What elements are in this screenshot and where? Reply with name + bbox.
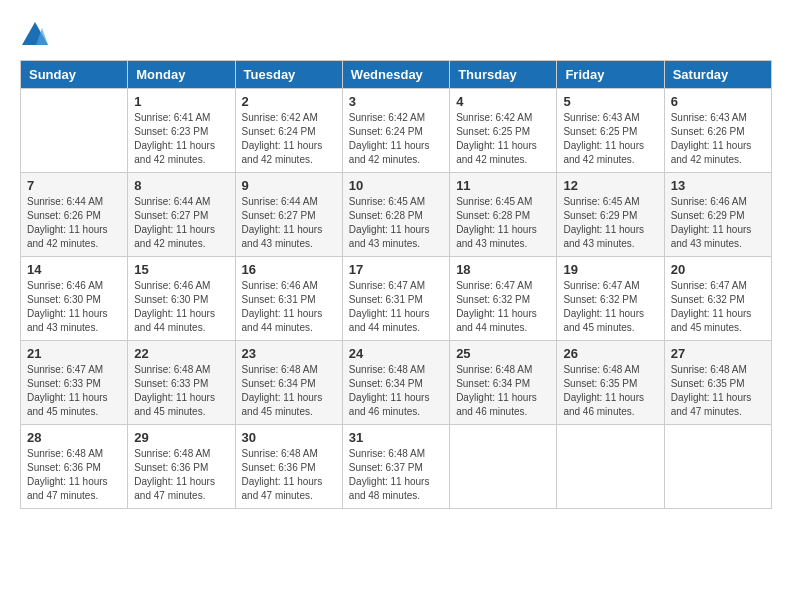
calendar-cell: 17Sunrise: 6:47 AM Sunset: 6:31 PM Dayli… — [342, 257, 449, 341]
cell-info: Sunrise: 6:48 AM Sunset: 6:34 PM Dayligh… — [349, 363, 443, 419]
day-number: 22 — [134, 346, 228, 361]
cell-info: Sunrise: 6:42 AM Sunset: 6:24 PM Dayligh… — [242, 111, 336, 167]
calendar-cell: 1Sunrise: 6:41 AM Sunset: 6:23 PM Daylig… — [128, 89, 235, 173]
calendar-cell: 7Sunrise: 6:44 AM Sunset: 6:26 PM Daylig… — [21, 173, 128, 257]
cell-info: Sunrise: 6:46 AM Sunset: 6:29 PM Dayligh… — [671, 195, 765, 251]
calendar-cell: 26Sunrise: 6:48 AM Sunset: 6:35 PM Dayli… — [557, 341, 664, 425]
day-number: 26 — [563, 346, 657, 361]
cell-info: Sunrise: 6:47 AM Sunset: 6:32 PM Dayligh… — [563, 279, 657, 335]
column-header-saturday: Saturday — [664, 61, 771, 89]
day-number: 11 — [456, 178, 550, 193]
cell-info: Sunrise: 6:45 AM Sunset: 6:28 PM Dayligh… — [456, 195, 550, 251]
day-number: 8 — [134, 178, 228, 193]
cell-info: Sunrise: 6:47 AM Sunset: 6:33 PM Dayligh… — [27, 363, 121, 419]
column-header-monday: Monday — [128, 61, 235, 89]
day-number: 6 — [671, 94, 765, 109]
day-number: 15 — [134, 262, 228, 277]
day-number: 5 — [563, 94, 657, 109]
cell-info: Sunrise: 6:45 AM Sunset: 6:29 PM Dayligh… — [563, 195, 657, 251]
calendar-cell: 2Sunrise: 6:42 AM Sunset: 6:24 PM Daylig… — [235, 89, 342, 173]
cell-info: Sunrise: 6:43 AM Sunset: 6:26 PM Dayligh… — [671, 111, 765, 167]
calendar-week-1: 1Sunrise: 6:41 AM Sunset: 6:23 PM Daylig… — [21, 89, 772, 173]
calendar-cell: 23Sunrise: 6:48 AM Sunset: 6:34 PM Dayli… — [235, 341, 342, 425]
cell-info: Sunrise: 6:44 AM Sunset: 6:27 PM Dayligh… — [134, 195, 228, 251]
cell-info: Sunrise: 6:45 AM Sunset: 6:28 PM Dayligh… — [349, 195, 443, 251]
calendar-cell: 19Sunrise: 6:47 AM Sunset: 6:32 PM Dayli… — [557, 257, 664, 341]
calendar-week-5: 28Sunrise: 6:48 AM Sunset: 6:36 PM Dayli… — [21, 425, 772, 509]
day-number: 21 — [27, 346, 121, 361]
day-number: 4 — [456, 94, 550, 109]
day-number: 25 — [456, 346, 550, 361]
calendar-cell: 30Sunrise: 6:48 AM Sunset: 6:36 PM Dayli… — [235, 425, 342, 509]
calendar-cell — [450, 425, 557, 509]
day-number: 17 — [349, 262, 443, 277]
calendar-cell: 3Sunrise: 6:42 AM Sunset: 6:24 PM Daylig… — [342, 89, 449, 173]
calendar-week-4: 21Sunrise: 6:47 AM Sunset: 6:33 PM Dayli… — [21, 341, 772, 425]
day-number: 27 — [671, 346, 765, 361]
day-number: 2 — [242, 94, 336, 109]
cell-info: Sunrise: 6:42 AM Sunset: 6:25 PM Dayligh… — [456, 111, 550, 167]
calendar-cell: 25Sunrise: 6:48 AM Sunset: 6:34 PM Dayli… — [450, 341, 557, 425]
cell-info: Sunrise: 6:47 AM Sunset: 6:32 PM Dayligh… — [671, 279, 765, 335]
calendar-week-2: 7Sunrise: 6:44 AM Sunset: 6:26 PM Daylig… — [21, 173, 772, 257]
page-header — [20, 20, 772, 50]
day-number: 31 — [349, 430, 443, 445]
day-number: 28 — [27, 430, 121, 445]
cell-info: Sunrise: 6:46 AM Sunset: 6:31 PM Dayligh… — [242, 279, 336, 335]
cell-info: Sunrise: 6:46 AM Sunset: 6:30 PM Dayligh… — [134, 279, 228, 335]
day-number: 19 — [563, 262, 657, 277]
calendar-cell — [21, 89, 128, 173]
calendar-cell: 21Sunrise: 6:47 AM Sunset: 6:33 PM Dayli… — [21, 341, 128, 425]
day-number: 30 — [242, 430, 336, 445]
day-number: 20 — [671, 262, 765, 277]
cell-info: Sunrise: 6:48 AM Sunset: 6:33 PM Dayligh… — [134, 363, 228, 419]
cell-info: Sunrise: 6:47 AM Sunset: 6:32 PM Dayligh… — [456, 279, 550, 335]
calendar-cell: 14Sunrise: 6:46 AM Sunset: 6:30 PM Dayli… — [21, 257, 128, 341]
cell-info: Sunrise: 6:43 AM Sunset: 6:25 PM Dayligh… — [563, 111, 657, 167]
calendar-cell: 13Sunrise: 6:46 AM Sunset: 6:29 PM Dayli… — [664, 173, 771, 257]
cell-info: Sunrise: 6:48 AM Sunset: 6:36 PM Dayligh… — [242, 447, 336, 503]
column-header-friday: Friday — [557, 61, 664, 89]
cell-info: Sunrise: 6:48 AM Sunset: 6:36 PM Dayligh… — [134, 447, 228, 503]
calendar-cell: 5Sunrise: 6:43 AM Sunset: 6:25 PM Daylig… — [557, 89, 664, 173]
calendar-cell: 28Sunrise: 6:48 AM Sunset: 6:36 PM Dayli… — [21, 425, 128, 509]
cell-info: Sunrise: 6:44 AM Sunset: 6:27 PM Dayligh… — [242, 195, 336, 251]
day-number: 9 — [242, 178, 336, 193]
calendar-cell: 11Sunrise: 6:45 AM Sunset: 6:28 PM Dayli… — [450, 173, 557, 257]
calendar-cell — [664, 425, 771, 509]
calendar-cell: 29Sunrise: 6:48 AM Sunset: 6:36 PM Dayli… — [128, 425, 235, 509]
day-number: 10 — [349, 178, 443, 193]
calendar-cell: 24Sunrise: 6:48 AM Sunset: 6:34 PM Dayli… — [342, 341, 449, 425]
cell-info: Sunrise: 6:48 AM Sunset: 6:35 PM Dayligh… — [671, 363, 765, 419]
calendar-cell: 15Sunrise: 6:46 AM Sunset: 6:30 PM Dayli… — [128, 257, 235, 341]
calendar-header: SundayMondayTuesdayWednesdayThursdayFrid… — [21, 61, 772, 89]
day-number: 12 — [563, 178, 657, 193]
column-header-sunday: Sunday — [21, 61, 128, 89]
calendar-cell: 16Sunrise: 6:46 AM Sunset: 6:31 PM Dayli… — [235, 257, 342, 341]
day-number: 14 — [27, 262, 121, 277]
calendar-cell: 27Sunrise: 6:48 AM Sunset: 6:35 PM Dayli… — [664, 341, 771, 425]
day-number: 1 — [134, 94, 228, 109]
calendar-cell: 6Sunrise: 6:43 AM Sunset: 6:26 PM Daylig… — [664, 89, 771, 173]
calendar-week-3: 14Sunrise: 6:46 AM Sunset: 6:30 PM Dayli… — [21, 257, 772, 341]
calendar-cell — [557, 425, 664, 509]
calendar-cell: 31Sunrise: 6:48 AM Sunset: 6:37 PM Dayli… — [342, 425, 449, 509]
calendar-cell: 18Sunrise: 6:47 AM Sunset: 6:32 PM Dayli… — [450, 257, 557, 341]
day-number: 18 — [456, 262, 550, 277]
logo — [20, 20, 54, 50]
calendar-cell: 4Sunrise: 6:42 AM Sunset: 6:25 PM Daylig… — [450, 89, 557, 173]
day-number: 16 — [242, 262, 336, 277]
column-header-thursday: Thursday — [450, 61, 557, 89]
cell-info: Sunrise: 6:44 AM Sunset: 6:26 PM Dayligh… — [27, 195, 121, 251]
calendar-table: SundayMondayTuesdayWednesdayThursdayFrid… — [20, 60, 772, 509]
cell-info: Sunrise: 6:47 AM Sunset: 6:31 PM Dayligh… — [349, 279, 443, 335]
cell-info: Sunrise: 6:48 AM Sunset: 6:34 PM Dayligh… — [456, 363, 550, 419]
day-number: 13 — [671, 178, 765, 193]
cell-info: Sunrise: 6:48 AM Sunset: 6:35 PM Dayligh… — [563, 363, 657, 419]
day-number: 23 — [242, 346, 336, 361]
column-header-tuesday: Tuesday — [235, 61, 342, 89]
calendar-body: 1Sunrise: 6:41 AM Sunset: 6:23 PM Daylig… — [21, 89, 772, 509]
calendar-cell: 20Sunrise: 6:47 AM Sunset: 6:32 PM Dayli… — [664, 257, 771, 341]
calendar-cell: 8Sunrise: 6:44 AM Sunset: 6:27 PM Daylig… — [128, 173, 235, 257]
day-number: 7 — [27, 178, 121, 193]
